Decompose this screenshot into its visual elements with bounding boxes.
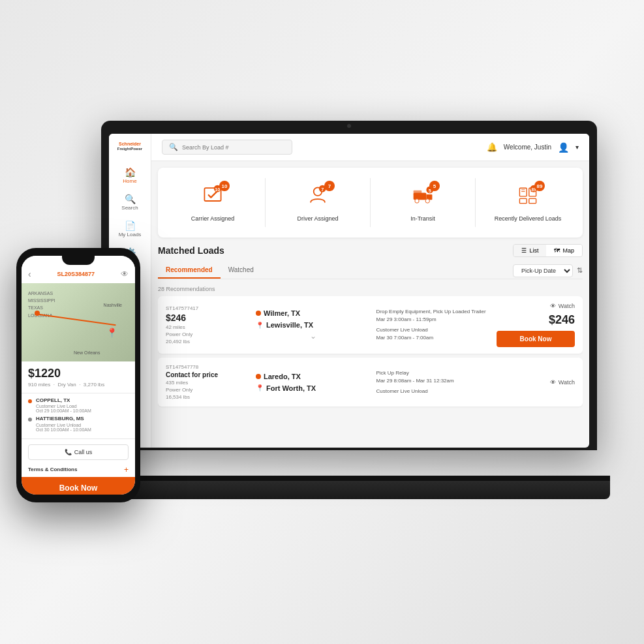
svg-text:7: 7: [321, 187, 324, 192]
delivered-label: Recently Delivered Loads: [495, 215, 562, 222]
tabs-row: Recommended Watched Pick-Up Date ⇅: [158, 262, 583, 279]
neworleans-label: New Orleans: [74, 350, 100, 355]
route-line: [38, 314, 115, 326]
phone-screen: ‹ SL20S384877 👁 ARKANSAS MISSISSIPPI TEX…: [22, 256, 135, 495]
terms-plus-icon[interactable]: +: [124, 465, 129, 474]
load-1-route: Wilmer, TX 📍 Lewisville, TX ⌄: [256, 309, 371, 341]
phone-book-now-button[interactable]: Book Now: [22, 477, 135, 495]
phone-back-button[interactable]: ‹: [28, 269, 31, 279]
phone-origin-detail: Customer Live Load: [36, 404, 91, 408]
dest-pin-2: 📍: [256, 384, 264, 391]
svg-rect-13: [519, 188, 527, 196]
in-transit-icon: 5 5: [411, 183, 435, 211]
status-card-carrier[interactable]: 10 10 Carrier Assigned: [168, 178, 257, 227]
laptop-camera: [347, 124, 351, 128]
load-2-info: ST147547778 Contact for price 435 miles …: [166, 364, 251, 400]
search-input[interactable]: [182, 144, 285, 151]
load-2-actions: 👁 Watch: [497, 379, 575, 386]
phone-eye-icon[interactable]: 👁: [121, 269, 129, 279]
notification-icon[interactable]: 🔔: [487, 142, 497, 152]
svg-rect-16: [529, 198, 536, 203]
transit-label: In-Transit: [410, 215, 435, 222]
tab-recommended[interactable]: Recommended: [158, 262, 221, 279]
origin-dot: [256, 311, 261, 316]
load-2-weight: 16,534 lbs: [166, 394, 251, 400]
load-1-info: ST147577417 $246 42 miles Power Only 20,…: [166, 305, 251, 345]
status-card-transit[interactable]: 5 5 In-Transit: [378, 178, 467, 227]
carrier-assigned-icon: 10 10: [201, 183, 224, 211]
phone-icon: 📞: [65, 449, 72, 455]
dest-pin: 📍: [256, 322, 264, 329]
phone-origin-date: Oct 29 10:00AM - 10:00AM: [36, 408, 91, 413]
desktop-app: Schneider FreightPower 🏠 Home 🔍 Search: [109, 134, 589, 448]
rec-count: 28 Recommendations: [158, 283, 583, 296]
phone-notch: [62, 253, 95, 265]
call-button[interactable]: 📞 Call us: [28, 444, 129, 460]
map-view-button[interactable]: 🗺 Map: [546, 245, 582, 256]
sidebar-item-search-label: Search: [121, 205, 138, 211]
load-2-dest: 📍 Fort Worth, TX: [256, 384, 371, 392]
divider2: [370, 178, 371, 227]
eye-icon-2: 👁: [550, 379, 556, 386]
load-1-details: Drop Empty Equipment, Pick Up Loaded Tra…: [376, 308, 492, 342]
delivered-badge: 89: [534, 181, 545, 191]
expand-chevron[interactable]: ⌄: [256, 331, 371, 341]
book-button-1[interactable]: Book Now: [497, 331, 575, 347]
phone-load-id: SL20S384877: [57, 271, 95, 277]
load-1-origin: Wilmer, TX: [256, 309, 371, 317]
scene: Schneider FreightPower 🏠 Home 🔍 Search: [0, 0, 644, 644]
load-2-origin: Laredo, TX: [256, 373, 371, 380]
sidebar-item-home[interactable]: 🏠 Home: [109, 162, 151, 189]
svg-point-8: [415, 199, 419, 203]
load-2-id: ST147547778: [166, 364, 251, 370]
tab-watched[interactable]: Watched: [221, 262, 262, 279]
watch-button-1[interactable]: 👁 Watch: [550, 303, 575, 309]
end-marker: 📍: [106, 328, 117, 338]
load-2-type: Power Only: [166, 387, 251, 393]
matched-loads-title: Matched Loads: [158, 245, 224, 256]
sidebar-item-home-label: Home: [123, 178, 136, 184]
terms-row: Terms & Conditions +: [22, 465, 135, 477]
load-1-id: ST147577417: [166, 305, 251, 311]
load-1-book-price: $246: [549, 313, 575, 327]
carrier-badge: 10: [219, 181, 230, 191]
search-icon: 🔍: [125, 194, 136, 204]
load-1-actions: 👁 Watch $246 Book Now: [497, 303, 575, 347]
sort-icon[interactable]: ⇅: [577, 266, 583, 275]
status-card-delivered[interactable]: 89 89 Recently Delivered Loads: [483, 178, 572, 227]
load-2-miles: 435 miles: [166, 380, 251, 386]
user-avatar-icon[interactable]: 👤: [558, 142, 569, 153]
sidebar-item-myloads-label: My Loads: [119, 232, 142, 238]
phone-dest-date: Oct 30 10:00AM - 10:00AM: [36, 427, 91, 432]
header: 🔍 🔔 Welcome, Justin 👤 ▾: [151, 134, 589, 161]
start-marker: [35, 311, 40, 316]
welcome-text: Welcome, Justin: [504, 144, 551, 151]
sidebar-item-myloads[interactable]: 📄 My Loads: [109, 216, 151, 243]
phone-origin-city: COPPELL, TX: [36, 397, 91, 404]
load-1-miles: 42 miles: [166, 324, 251, 330]
tabs: Recommended Watched: [158, 262, 262, 279]
phone-price: $1220: [28, 367, 129, 380]
origin-dot-2: [256, 374, 261, 379]
laptop-device: Schneider FreightPower 🏠 Home 🔍 Search: [101, 121, 597, 499]
load-2-route: Laredo, TX 📍 Fort Worth, TX: [256, 373, 371, 392]
transit-badge: 5: [429, 181, 440, 191]
load-2-details: Pick Up Relay Mar 29 8:08am - Mar 31 12:…: [376, 369, 492, 395]
eye-icon-1: 👁: [550, 303, 556, 309]
list-view-button[interactable]: ☰ List: [514, 245, 546, 256]
chevron-down-icon[interactable]: ▾: [575, 144, 579, 151]
sidebar-logo: Schneider FreightPower: [115, 139, 145, 155]
phone-call-section: 📞 Call us: [22, 439, 135, 465]
sidebar-item-search[interactable]: 🔍 Search: [109, 189, 151, 216]
search-bar[interactable]: 🔍: [162, 140, 292, 155]
sort-select[interactable]: Pick-Up Date: [513, 264, 573, 277]
driver-badge: 7: [324, 181, 335, 191]
status-card-driver[interactable]: 7 7 Driver Assigned: [273, 178, 362, 227]
phone-route: COPPELL, TX Customer Live Load Oct 29 10…: [22, 393, 135, 439]
phone-map: ARKANSAS MISSISSIPPI TEXAS LOUISIANA 📍 N…: [22, 283, 135, 361]
logo-line1: Schneider: [117, 142, 142, 147]
myloads-icon: 📄: [125, 221, 136, 230]
watch-button-2[interactable]: 👁 Watch: [550, 379, 575, 386]
map-icon: 🗺: [554, 247, 560, 254]
phone-route-origin: COPPELL, TX Customer Live Load Oct 29 10…: [28, 397, 129, 413]
